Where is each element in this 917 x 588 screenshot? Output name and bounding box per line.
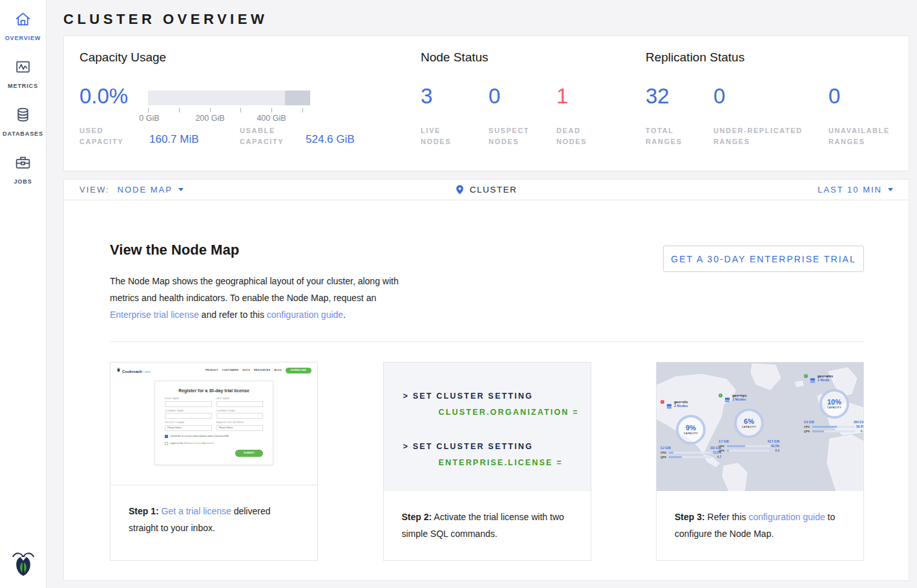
field-label: COMPANY EMAIL	[216, 410, 264, 412]
sidebar-item-overview[interactable]: OVERVIEW	[0, 0, 46, 48]
home-icon	[14, 10, 32, 30]
description-text: .	[343, 310, 346, 320]
view-bar: VIEW: NODE MAP CLUSTER LAST 10 MIN	[63, 179, 909, 200]
enterprise-trial-license-link[interactable]: Enterprise trial license	[110, 310, 199, 320]
under-replicated-ranges-count: 0	[713, 84, 725, 109]
total-ranges-count: 32	[646, 84, 669, 109]
nav-item: BLOG	[274, 369, 282, 372]
gauge-tick-label: 0 GiB	[130, 114, 169, 123]
capacity-donut: 10% CAPACITY	[819, 389, 849, 419]
sidebar: OVERVIEW METRICS DATABASES JOBS	[0, 0, 47, 588]
node-map-heading: View the Node Map	[110, 242, 239, 258]
trial-registration-form: Register for a 30-day trial license FIRS…	[154, 381, 273, 465]
usable-capacity-value: 524.6 GiB	[306, 133, 355, 146]
replication-status-title: Replication Status	[646, 50, 744, 65]
gauge-tick	[271, 108, 272, 112]
map-node-sfo: geo=sfo2 Nodes 9% CAPACITY 3.2 GiB331 Gi…	[660, 400, 721, 459]
capacity-donut: 9% CAPACITY	[676, 415, 706, 445]
cluster-summary-panel: Capacity Usage 0.0% 0 GiB 200 GiB 400 Gi…	[63, 36, 909, 171]
node-status-title: Node Status	[421, 50, 489, 65]
capacity-used-percent: 0.0%	[79, 84, 128, 109]
main-content: CLUSTER OVERVIEW Capacity Usage 0.0% 0 G…	[47, 0, 917, 581]
capacity-usage-title: Capacity Usage	[79, 50, 166, 65]
metrics-icon	[14, 58, 32, 78]
field-label: PROJECT PHASE	[165, 421, 212, 424]
live-status-icon	[804, 374, 808, 378]
cockroach-labs-logo: Cockroach LABS	[116, 367, 151, 373]
database-icon	[14, 106, 32, 126]
download-button: DOWNLOAD	[286, 368, 311, 373]
used-capacity-value: 160.7 MiB	[149, 133, 199, 146]
dead-nodes-label: DEADNODES	[556, 125, 587, 147]
section-divider	[110, 341, 864, 342]
node-icon	[666, 401, 672, 412]
gauge-tick	[302, 108, 303, 112]
time-range-dropdown[interactable]: LAST 10 MIN	[817, 185, 893, 194]
checkbox-unchecked	[165, 442, 168, 445]
chevron-down-icon	[888, 188, 893, 191]
gauge-tick	[148, 108, 149, 112]
step-1-card: Cockroach LABS PRODUCT CUSTOMERS DOCS RE…	[110, 362, 318, 561]
nav-item: CUSTOMERS	[222, 369, 239, 372]
sidebar-item-metrics[interactable]: METRICS	[0, 48, 46, 96]
usable-capacity-label: USABLECAPACITY	[240, 125, 284, 147]
select-input: Please Select	[216, 425, 264, 431]
gauge-tick	[210, 108, 211, 112]
page-title: CLUSTER OVERVIEW	[63, 0, 917, 36]
text-input	[216, 401, 264, 407]
enterprise-trial-button[interactable]: GET A 30-DAY ENTERPRISE TRIAL	[663, 246, 864, 272]
suspect-nodes-count: 0	[489, 84, 500, 109]
gauge-tick-label: 400 GiB	[252, 114, 291, 123]
capacity-donut: 6% CAPACITY	[734, 408, 764, 438]
sql-commands-graphic: > SET CLUSTER SETTING CLUSTER.ORGANIZATI…	[384, 362, 591, 491]
dead-nodes-count: 1	[556, 84, 568, 109]
form-title: Register for a 30-day trial license	[165, 388, 263, 393]
sidebar-item-label: DATABASES	[3, 131, 43, 137]
nav-item: RESOURCES	[254, 369, 270, 372]
under-replicated-ranges-label: UNDER-REPLICATEDRANGES	[713, 125, 803, 147]
configuration-guide-link[interactable]: configuration guide	[267, 310, 343, 320]
select-input: Please Select	[165, 425, 212, 431]
live-nodes-count: 3	[421, 84, 432, 109]
briefcase-icon	[14, 154, 32, 174]
view-dropdown[interactable]: NODE MAP	[118, 185, 184, 194]
node-map-description: The Node Map shows the geographical layo…	[110, 273, 412, 323]
cockroachdb-logo-icon	[0, 548, 47, 579]
node-icon	[724, 394, 730, 406]
field-label: COMPANY NAME	[165, 410, 212, 412]
step-3-card: geo=sfo2 Nodes 9% CAPACITY 3.2 GiB331 Gi…	[656, 362, 864, 561]
sidebar-item-label: OVERVIEW	[5, 35, 41, 41]
field-label: LAST NAME	[216, 397, 264, 400]
unavailable-ranges-label: UNAVAILABLERANGES	[828, 125, 890, 147]
node-map-preview: geo=sfo2 Nodes 9% CAPACITY 3.2 GiB331 Gi…	[657, 362, 863, 491]
sidebar-item-label: METRICS	[8, 83, 38, 89]
total-ranges-label: TOTALRANGES	[646, 125, 682, 147]
get-trial-license-link[interactable]: Get a trial license	[162, 506, 231, 516]
nav-item: PRODUCT	[206, 369, 218, 372]
live-nodes-label: LIVENODES	[421, 125, 451, 147]
checkbox-label: I agree to the Software License Agreemen…	[170, 442, 215, 445]
map-node-nyc: geo=nyc2 Nodes 6% CAPACITY 3.7 GiB43.7 G…	[719, 394, 779, 452]
node-icon	[810, 375, 816, 386]
sidebar-item-jobs[interactable]: JOBS	[0, 143, 46, 191]
text-input	[165, 401, 212, 407]
suspect-nodes-label: SUSPECTNODES	[489, 125, 529, 147]
text-input	[216, 413, 264, 419]
step-1-caption: Step 1: Get a trial license delivered st…	[111, 485, 317, 536]
unavailable-ranges-count: 0	[828, 84, 840, 109]
view-label: VIEW:	[79, 185, 110, 194]
gauge-tick-label: 200 GiB	[191, 114, 229, 123]
gauge-tick	[179, 108, 180, 112]
dead-status-icon	[660, 400, 664, 404]
used-capacity-label: USEDCAPACITY	[79, 125, 123, 147]
description-text: The Node Map shows the geographical layo…	[110, 276, 399, 303]
text-input	[165, 413, 212, 419]
step-2-card: > SET CLUSTER SETTING CLUSTER.ORGANIZATI…	[383, 362, 591, 561]
submit-button: SUBMIT	[235, 450, 263, 457]
field-label: FIRST NAME	[165, 397, 212, 400]
map-node-ams: geo=ams1 Node 10% CAPACITY 3.6 GiB364 Gi…	[804, 374, 863, 433]
capacity-gauge	[148, 90, 310, 105]
configuration-guide-link[interactable]: configuration guide	[748, 512, 825, 522]
view-selector: VIEW: NODE MAP	[79, 185, 312, 194]
sidebar-item-databases[interactable]: DATABASES	[0, 96, 46, 143]
